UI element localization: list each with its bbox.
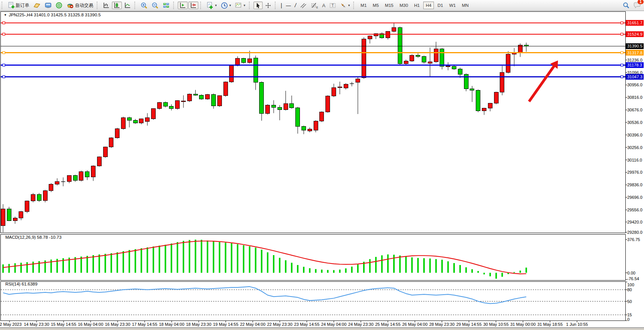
time-label: 19 May 14:55 <box>213 322 239 327</box>
price-tick-label: 29836.0 <box>627 182 642 187</box>
price-badge-label: 31317.8 <box>627 51 642 55</box>
price-badge-label: 31047.3 <box>627 75 642 79</box>
price-tick-label: 30956.0 <box>627 82 642 87</box>
candle-up <box>386 32 390 38</box>
rsi-scale-label: 15 <box>627 313 632 317</box>
time-label: 15 May 14:55 <box>51 322 77 327</box>
hline-anchor[interactable] <box>621 52 623 54</box>
candle-up <box>434 49 438 62</box>
candle-up <box>500 73 504 92</box>
candle-up <box>175 101 180 109</box>
hline-anchor[interactable] <box>621 22 623 24</box>
hline-anchor[interactable] <box>621 76 623 78</box>
candle-up <box>266 105 270 113</box>
macd-scale-label: 376.75 <box>627 237 640 242</box>
time-label: 12 May 2023 <box>0 322 22 327</box>
chart-area[interactable]: 31516.031376.031236.031096.030956.030816… <box>0 0 644 330</box>
candle-down <box>452 66 456 69</box>
candle-down <box>422 57 426 62</box>
candle-up <box>314 121 318 130</box>
status-strip <box>0 328 644 330</box>
hline-anchor[interactable] <box>3 76 5 78</box>
time-label: 18 May 23:30 <box>186 322 212 327</box>
candle-down <box>260 82 264 114</box>
candle-up <box>13 218 17 221</box>
candle-up <box>404 61 408 63</box>
hline-anchor[interactable] <box>3 22 5 24</box>
time-label: 18 May 04:00 <box>159 322 185 327</box>
candle-up <box>488 103 492 108</box>
candle-up <box>356 79 360 82</box>
time-label: 25 May 14:55 <box>375 322 401 327</box>
price-tick-label: 29420.0 <box>627 220 642 224</box>
candle-up <box>79 171 83 180</box>
time-label: 24 May 04:00 <box>321 322 347 327</box>
candle-down <box>290 104 294 108</box>
candle-up <box>368 36 372 39</box>
candle-down <box>212 94 216 106</box>
price-tick-label: 30536.0 <box>627 120 642 125</box>
time-label: 17 May 14:55 <box>132 322 158 327</box>
candle-up <box>428 62 432 63</box>
price-tick-label: 30396.0 <box>627 133 642 137</box>
price-tick-label: 29696.0 <box>627 195 642 200</box>
time-label: 14 May 23:30 <box>24 322 49 327</box>
time-label: 16 May 04:00 <box>78 322 104 327</box>
candle-up <box>410 55 414 61</box>
candle-up <box>206 94 210 99</box>
candle-up <box>31 194 35 201</box>
price-tick-label: 30116.0 <box>627 158 642 162</box>
time-label: 30 May 10:55 <box>483 322 509 327</box>
candle-down <box>37 194 41 200</box>
candle-down <box>193 94 198 95</box>
rsi-scale-label: 0 <box>627 317 630 322</box>
candle-up <box>506 54 510 73</box>
candle-up <box>67 176 71 181</box>
candle-up <box>223 82 228 95</box>
candle-down <box>524 45 528 46</box>
hline-anchor[interactable] <box>3 33 5 35</box>
candle-up <box>1 209 5 225</box>
arrow-annotation-shaft[interactable] <box>529 65 555 102</box>
candle-up <box>157 102 161 108</box>
time-label: 26 May 04:00 <box>402 322 428 327</box>
candle-up <box>320 112 324 121</box>
price-badge-label: 31390.5 <box>627 44 642 48</box>
pane-border <box>1 12 626 233</box>
candle-down <box>163 102 167 106</box>
price-tick-label: 29556.0 <box>627 208 642 212</box>
candle-down <box>398 27 402 63</box>
rsi-line <box>3 287 526 304</box>
time-label: 1 Jun 10:55 <box>566 322 588 327</box>
candle-down <box>302 127 306 130</box>
macd-scale-label: -76.54 <box>627 276 639 281</box>
candle-up <box>121 117 126 129</box>
rsi-scale-label: 100 <box>627 282 634 287</box>
macd-label: MACD(12,26,9) 58.78 -10.73 <box>5 235 62 240</box>
time-label: 31 May 18:55 <box>537 322 563 327</box>
pane-border <box>1 235 626 281</box>
pane-border <box>1 282 626 321</box>
chevron-down-icon[interactable]: ▼ <box>4 13 7 17</box>
candle-up <box>344 84 348 88</box>
hline-anchor[interactable] <box>3 64 5 66</box>
candle-up <box>91 166 96 177</box>
price-badge-label: 31651.7 <box>627 21 642 25</box>
price-tick-label: 30816.0 <box>627 95 642 100</box>
rsi-scale-label: 50 <box>627 299 632 304</box>
hline-anchor[interactable] <box>621 64 623 66</box>
chart-title: ▼ JPN225-,H4 31401.0 31425.5 31325.8 313… <box>4 13 101 17</box>
candle-up <box>236 58 240 65</box>
time-label: 29 May 14:55 <box>456 322 482 327</box>
candle-up <box>217 96 222 106</box>
mt4-window: 新订单 <box>0 0 644 330</box>
price-tick-label: 30256.0 <box>627 145 642 150</box>
candle-up <box>362 39 366 78</box>
candle-up <box>182 101 186 102</box>
symbol-ohlc-label: JPN225-,H4 31401.0 31425.5 31325.8 31390… <box>9 13 101 17</box>
chart-canvas[interactable]: 31516.031376.031236.031096.030956.030816… <box>0 0 644 330</box>
hline-anchor[interactable] <box>3 52 5 54</box>
candle-up <box>49 184 53 191</box>
candle-down <box>242 58 246 63</box>
hline-anchor[interactable] <box>621 33 623 35</box>
